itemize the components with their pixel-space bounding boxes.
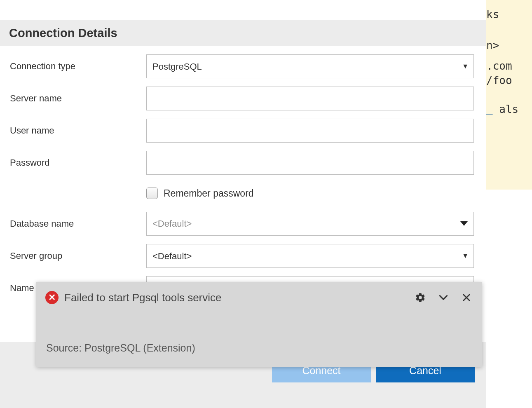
label-database-name: Database name — [0, 218, 146, 229]
label-user-name: User name — [0, 125, 146, 136]
close-icon[interactable] — [460, 291, 473, 304]
error-icon: ✕ — [45, 291, 59, 304]
notification-source: Source: PostgreSQL (Extension) — [46, 342, 195, 354]
bg-text: .com — [486, 60, 512, 72]
gear-icon[interactable] — [414, 291, 427, 304]
server-name-input[interactable] — [146, 87, 474, 110]
notification-toast: ✕ Failed to start Pgsql tools service So… — [36, 282, 482, 367]
row-user-name: User name — [0, 119, 486, 143]
label-connection-type: Connection type — [0, 61, 146, 72]
form-area: Connection type PostgreSQL ▼ Server name… — [0, 46, 486, 300]
label-server-group: Server group — [0, 251, 146, 261]
remember-password-checkbox[interactable] — [146, 188, 158, 199]
bg-text: n> — [486, 39, 499, 52]
row-database-name: Database name — [0, 212, 486, 236]
password-input[interactable] — [146, 151, 474, 175]
user-name-input[interactable] — [146, 119, 474, 143]
bg-text: ks — [486, 8, 499, 21]
section-header: Connection Details — [0, 20, 486, 46]
bg-text: /foo — [486, 74, 512, 87]
bg-text: als — [486, 103, 518, 115]
label-password: Password — [0, 157, 146, 168]
connection-type-select[interactable]: PostgreSQL — [146, 54, 474, 78]
row-password: Password — [0, 151, 486, 175]
chevron-down-icon[interactable] — [437, 291, 450, 304]
label-remember-password: Remember password — [164, 188, 254, 199]
row-remember-password: Remember password — [0, 183, 486, 204]
database-name-combo[interactable] — [146, 212, 474, 236]
row-connection-type: Connection type PostgreSQL ▼ — [0, 54, 486, 78]
notification-message: Failed to start Pgsql tools service — [64, 291, 414, 304]
row-server-name: Server name — [0, 87, 486, 110]
server-group-select[interactable]: <Default> — [146, 244, 474, 268]
background-editor-strip: ks n> .com /foo als — [486, 0, 532, 190]
row-server-group: Server group <Default> ▼ — [0, 244, 486, 268]
section-title: Connection Details — [9, 26, 117, 40]
label-server-name: Server name — [0, 93, 146, 104]
